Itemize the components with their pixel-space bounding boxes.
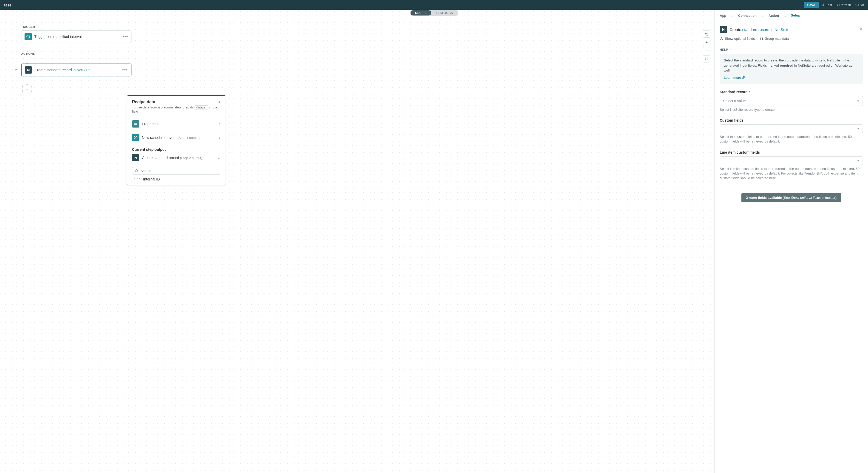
add-step-button[interactable]: +: [23, 85, 32, 94]
datatype-label: 1 2 3: [134, 178, 141, 180]
group-map-data-button[interactable]: Group map data: [760, 37, 789, 40]
step-text: Create standard record in NetSuite: [35, 68, 90, 72]
chevron-down-icon: ▼: [857, 100, 860, 102]
properties-icon: [132, 120, 139, 128]
help-toggle[interactable]: HELP ⌃: [720, 48, 863, 52]
chevron-right-icon: ›: [219, 122, 220, 126]
recipe-data-title: Recipe data: [132, 100, 155, 104]
datapill-internal-id[interactable]: 1 2 3 Internal ID: [132, 174, 220, 181]
fit-icon: [705, 57, 708, 60]
show-optional-fields-button[interactable]: Show optional fields: [720, 37, 755, 40]
field-line-item-custom: Line item custom fields ▼ Select line it…: [720, 150, 863, 181]
current-step-label: Current step output: [132, 147, 220, 151]
svg-rect-9: [762, 37, 763, 40]
recipe-name: test: [4, 3, 11, 7]
recipe-item-properties[interactable]: Properties ›: [132, 117, 220, 131]
search-input[interactable]: [141, 169, 218, 173]
learn-more-link[interactable]: Learn more: [724, 75, 745, 80]
field-hint: Select the custom fields to be returned …: [720, 135, 863, 144]
refresh-button[interactable]: Refresh: [835, 3, 851, 7]
recipe-search[interactable]: [132, 167, 220, 174]
chevron-right-icon: ›: [219, 136, 220, 140]
svg-rect-8: [760, 37, 761, 40]
help-box: Select the standard record to create, th…: [720, 54, 863, 83]
step-menu-button[interactable]: •••: [122, 34, 128, 39]
arrow-icon: →: [730, 14, 734, 19]
chevron-down-icon: ⌄: [217, 156, 220, 160]
trigger-step[interactable]: Trigger on a specified interval •••: [21, 30, 131, 43]
arrow-icon: →: [783, 14, 786, 19]
clock-icon: [25, 33, 32, 40]
line-item-custom-select[interactable]: ▼: [720, 157, 863, 165]
refresh-icon: [835, 3, 838, 6]
svg-point-6: [135, 169, 138, 172]
chevron-up-icon: ⌃: [730, 48, 732, 52]
step-text: Trigger on a specified interval: [34, 35, 82, 39]
gear-icon: [822, 3, 825, 6]
step-row-1: 1 Trigger on a specified interval •••: [14, 30, 700, 43]
more-fields-banner[interactable]: 2 more fields available (See Show option…: [741, 193, 841, 202]
tab-action[interactable]: Action: [769, 14, 779, 19]
step-menu-button[interactable]: •••: [122, 67, 128, 73]
actions-section-label: ACTIONS: [21, 52, 700, 55]
app-header: test Save Test Refresh Exit: [0, 0, 868, 10]
external-link-icon: [742, 76, 745, 79]
exit-button[interactable]: Exit: [854, 3, 864, 7]
svg-rect-2: [134, 123, 137, 124]
tab-connection[interactable]: Connection: [738, 14, 757, 19]
trigger-section-label: TRIGGER: [21, 25, 700, 28]
arrow-icon: →: [761, 14, 765, 19]
connector-line: [27, 57, 27, 64]
mode-tabs: RECIPE TEST JOBS: [410, 10, 458, 16]
save-button[interactable]: Save: [804, 2, 819, 8]
step-number: 2: [14, 68, 18, 72]
field-custom-fields: Custom fields ▼ Select the custom fields…: [720, 118, 863, 144]
clock-icon: [132, 134, 139, 141]
connector-line: [27, 78, 27, 85]
tab-app[interactable]: App: [720, 14, 726, 19]
step-row-2: 2 N Create standard record in NetSuite •…: [14, 64, 700, 76]
recipe-canvas[interactable]: TRIGGER 1 Trigger on a specified interva…: [0, 10, 714, 473]
zoom-in-button[interactable]: +: [703, 39, 710, 46]
tab-test-jobs[interactable]: TEST JOBS: [431, 10, 458, 15]
tab-recipe[interactable]: RECIPE: [410, 10, 431, 15]
netsuite-icon: N: [25, 66, 32, 74]
datapill-tag: datapill: [194, 105, 208, 109]
chevron-down-icon: ▼: [857, 159, 860, 162]
field-hint: Select line item custom fields to be ret…: [720, 167, 863, 181]
recipe-item-scheduled[interactable]: New scheduled event (Step 1 output) ›: [132, 131, 220, 144]
custom-fields-select[interactable]: ▼: [720, 125, 863, 133]
chevron-down-icon: ▼: [857, 127, 860, 130]
tab-setup[interactable]: Setup: [791, 13, 800, 20]
search-icon: [135, 169, 138, 173]
svg-point-0: [823, 4, 824, 6]
test-button[interactable]: Test: [822, 3, 832, 7]
canvas-tools: + −: [703, 30, 710, 63]
expand-collapse-button[interactable]: ▲▼: [218, 100, 220, 104]
columns-icon: [760, 37, 763, 40]
svg-point-7: [721, 38, 722, 39]
field-standard-record: Standard record * Select a value ▼ Selec…: [720, 90, 863, 112]
close-button[interactable]: ✕: [859, 27, 863, 32]
zoom-out-button[interactable]: −: [703, 47, 710, 54]
sidebar-header: N Create standard record in NetSuite ✕: [715, 22, 868, 37]
standard-record-select[interactable]: Select a value ▼: [720, 96, 863, 106]
fit-button[interactable]: [703, 55, 710, 63]
field-hint: Select NetSuite record type to create: [720, 107, 863, 112]
netsuite-icon: N: [720, 26, 727, 33]
netsuite-icon: N: [132, 154, 139, 161]
action-step-create-record[interactable]: N Create standard record in NetSuite •••: [21, 64, 131, 76]
eye-icon: [720, 37, 723, 40]
close-icon: [854, 3, 857, 6]
undo-icon: [705, 32, 708, 36]
config-sidebar: App → Connection → Action → Setup N Crea…: [714, 10, 868, 473]
recipe-data-subtitle: To use data from a previous step, drag i…: [132, 105, 220, 113]
recipe-data-panel: Recipe data ▲▼ To use data from a previo…: [127, 95, 225, 185]
svg-rect-3: [134, 124, 137, 124]
step-number: 1: [14, 35, 18, 39]
undo-button[interactable]: [703, 30, 710, 38]
recipe-item-create-record[interactable]: N Create standard record (Step 2 output)…: [132, 153, 220, 165]
svg-rect-4: [134, 125, 137, 125]
sidebar-options: Show optional fields Group map data: [715, 37, 868, 44]
connector-line: [27, 45, 27, 51]
